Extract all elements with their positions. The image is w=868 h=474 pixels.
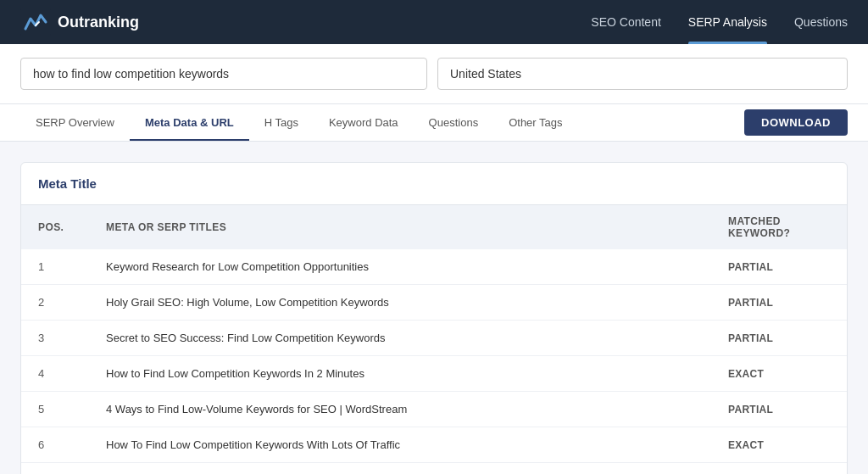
cell-pos: 5 [21,392,89,427]
meta-title-table: POS. META OR SERP TITLES MATCHED KEYWORD… [21,205,847,474]
app-name: Outranking [58,14,139,31]
nav-questions[interactable]: Questions [794,12,848,32]
cell-pos: 6 [21,427,89,463]
tabs-bar: SERP Overview Meta Data & URL H Tags Key… [0,104,868,142]
cell-title: A 10-Minute Guide to Finding Low Competi… [89,463,711,475]
download-button[interactable]: DOWNLOAD [744,109,848,136]
cell-pos: 7 [21,463,89,475]
meta-title-card: Meta Title POS. META OR SERP TITLES MATC… [20,162,848,474]
nav-serp-analysis[interactable]: SERP Analysis [688,12,767,32]
logo[interactable]: Outranking [20,7,139,37]
cell-pos: 1 [21,249,89,285]
cell-matched: EXACT [711,427,847,463]
table-header: POS. META OR SERP TITLES MATCHED KEYWORD… [21,205,847,249]
cell-matched: PARTIAL [711,392,847,427]
table-row: 1 Keyword Research for Low Competition O… [21,249,847,285]
cell-title: 4 Ways to Find Low-Volume Keywords for S… [89,392,711,427]
table-row: 6 How To Find Low Competition Keywords W… [21,427,847,463]
tab-serp-overview[interactable]: SERP Overview [20,104,130,141]
cell-title: Secret to SEO Success: Find Low Competit… [89,321,711,356]
cell-pos: 2 [21,285,89,321]
cell-matched: PARTIAL [711,463,847,475]
tab-meta-data-url[interactable]: Meta Data & URL [130,104,249,141]
col-titles: META OR SERP TITLES [89,205,711,249]
cell-title: Keyword Research for Low Competition Opp… [89,249,711,285]
cell-matched: EXACT [711,356,847,392]
logo-icon [20,7,51,37]
col-pos: POS. [21,205,89,249]
search-input[interactable] [20,58,427,90]
section-title: Meta Title [21,163,847,205]
header: Outranking SEO Content SERP Analysis Que… [0,0,868,44]
main-content: Meta Title POS. META OR SERP TITLES MATC… [0,142,868,474]
tab-questions[interactable]: Questions [414,104,494,141]
cell-matched: PARTIAL [711,321,847,356]
cell-matched: PARTIAL [711,285,847,321]
tab-other-tags[interactable]: Other Tags [493,104,577,141]
tab-h-tags[interactable]: H Tags [249,104,314,141]
country-input[interactable] [437,58,848,90]
table-row: 4 How to Find Low Competition Keywords I… [21,356,847,392]
table-row: 5 4 Ways to Find Low-Volume Keywords for… [21,392,847,427]
cell-matched: PARTIAL [711,249,847,285]
cell-pos: 3 [21,321,89,356]
tab-keyword-data[interactable]: Keyword Data [314,104,414,141]
table-body: 1 Keyword Research for Low Competition O… [21,249,847,474]
col-matched: MATCHED KEYWORD? [711,205,847,249]
table-row: 3 Secret to SEO Success: Find Low Compet… [21,321,847,356]
table-row: 7 A 10-Minute Guide to Finding Low Compe… [21,463,847,475]
header-nav: SEO Content SERP Analysis Questions [591,12,848,32]
search-area [0,44,868,104]
table-row: 2 Holy Grail SEO: High Volume, Low Compe… [21,285,847,321]
cell-pos: 4 [21,356,89,392]
cell-title: Holy Grail SEO: High Volume, Low Competi… [89,285,711,321]
cell-title: How to Find Low Competition Keywords In … [89,356,711,392]
nav-seo-content[interactable]: SEO Content [591,12,661,32]
cell-title: How To Find Low Competition Keywords Wit… [89,427,711,463]
